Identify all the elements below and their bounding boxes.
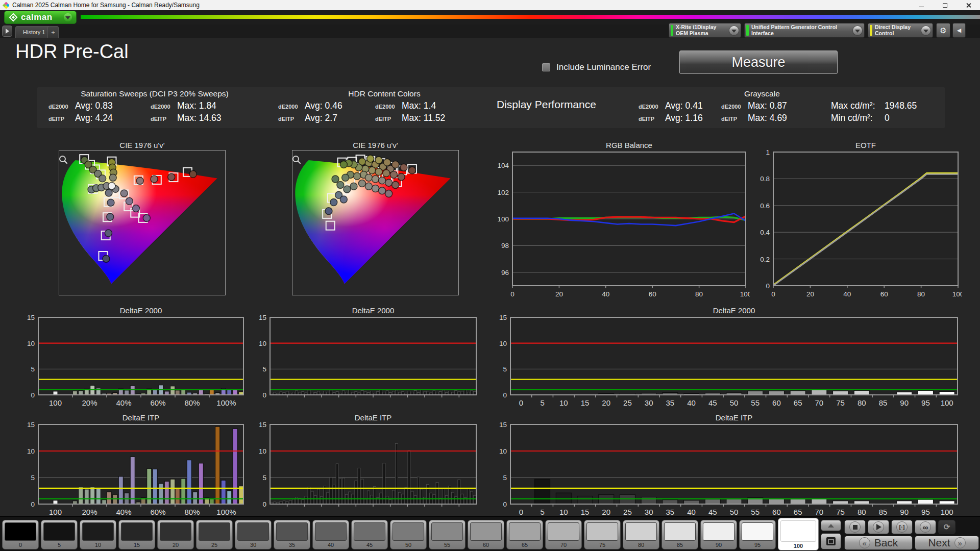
gray-patch-button-70[interactable]: 70: [545, 520, 582, 549]
deitp-label: dEITP: [48, 116, 75, 122]
patch-swatch: [43, 522, 75, 541]
collapse-panel-button[interactable]: ◀: [952, 23, 966, 38]
gray-patch-button-50[interactable]: 50: [390, 520, 427, 549]
meter-dropdown-pattern-generator[interactable]: Unified Pattern Generator Control Interf…: [744, 23, 865, 38]
patch-swatch: [160, 522, 191, 541]
svg-text:10: 10: [499, 340, 507, 347]
rainbow-gradient-strip: [81, 15, 980, 19]
svg-text:0: 0: [519, 398, 523, 407]
plot-area: 051015: [259, 315, 476, 399]
svg-text:100: 100: [740, 290, 750, 298]
minimize-icon: [919, 7, 924, 7]
svg-text:95: 95: [921, 508, 930, 516]
loop-button[interactable]: ∞: [915, 520, 936, 534]
zoom-icon[interactable]: [292, 155, 301, 164]
gray-patch-button-20[interactable]: 20: [157, 520, 194, 549]
refresh-button[interactable]: ⟳: [938, 520, 955, 534]
stop-button[interactable]: [844, 520, 866, 534]
gear-icon: ⚙: [940, 26, 946, 35]
zoom-icon[interactable]: [59, 155, 68, 164]
meter-dropdown-colorimeter[interactable]: X-Rite i1Display OEM Plasma: [669, 23, 741, 38]
svg-text:100: 100: [49, 508, 62, 516]
patch-swatch: [548, 522, 579, 541]
history-panel-toggle-button[interactable]: [2, 26, 12, 37]
play-button[interactable]: [868, 520, 889, 534]
refresh-icon: ⟳: [944, 522, 950, 532]
page-title: HDR Pre-Cal: [15, 41, 129, 63]
gray-patch-button-15[interactable]: 15: [118, 520, 155, 549]
include-luminance-error-label: Include Luminance Error: [556, 62, 651, 72]
svg-text:80: 80: [695, 290, 703, 298]
deltae-itp-grayscale-chart: DeltaE ITP 05101505101520253035404550556…: [488, 413, 965, 518]
minimize-button[interactable]: [910, 0, 933, 10]
include-luminance-error-checkbox[interactable]: [542, 63, 550, 71]
svg-text:0: 0: [31, 391, 35, 399]
svg-text:85: 85: [879, 398, 888, 407]
svg-text:5: 5: [31, 365, 35, 373]
svg-text:100: 100: [49, 398, 62, 407]
svg-text:15: 15: [581, 398, 590, 407]
svg-text:15: 15: [259, 315, 266, 321]
gray-patch-button-40[interactable]: 40: [312, 520, 349, 549]
chevron-down-icon[interactable]: [64, 13, 72, 21]
plot-canvas: 0510150510152025303540455055606570758085…: [488, 315, 962, 408]
chart-title: DeltaE 2000: [270, 306, 476, 315]
svg-text:20%: 20%: [82, 398, 97, 407]
chart-title: DeltaE 2000: [510, 306, 958, 315]
chart-title: DeltaE ITP: [38, 413, 243, 422]
plot-canvas: 0510150510152025303540455055606570758085…: [488, 422, 962, 517]
svg-text:55: 55: [751, 508, 760, 516]
gray-patch-button-95[interactable]: 95: [739, 520, 776, 549]
gray-patch-button-30[interactable]: 30: [235, 520, 272, 549]
chevron-down-icon: [921, 26, 930, 35]
plot-canvas: 05101510020%40%60%80%100%: [16, 422, 248, 517]
gray-patch-button-80[interactable]: 80: [623, 520, 659, 549]
gray-patch-button-85[interactable]: 85: [662, 520, 698, 549]
triangle-glyph: [731, 30, 737, 33]
patch-panel-up-button[interactable]: [821, 520, 841, 531]
patch-label: 85: [662, 542, 698, 548]
svg-text:15: 15: [499, 422, 507, 429]
sat-de2000-avg: Avg: 0.83: [75, 101, 113, 111]
close-button[interactable]: [957, 0, 980, 10]
gray-patch-button-60[interactable]: 60: [468, 520, 504, 549]
gray-patch-button-0[interactable]: 0: [2, 520, 39, 549]
svg-text:25: 25: [623, 398, 632, 407]
logo-row: calman: [0, 10, 980, 24]
maximize-button[interactable]: [933, 0, 957, 10]
svg-text:100: 100: [497, 215, 509, 223]
gray-patch-button-25[interactable]: 25: [196, 520, 233, 549]
pattern-window-button[interactable]: [821, 533, 841, 549]
gray-patch-button-55[interactable]: 55: [429, 520, 465, 549]
gray-patch-button-10[interactable]: 10: [80, 520, 116, 549]
svg-text:35: 35: [666, 508, 675, 516]
calman-menu-button[interactable]: calman: [4, 11, 77, 24]
gray-patch-button-5[interactable]: 5: [41, 520, 78, 549]
svg-text:1: 1: [766, 150, 770, 156]
step-pattern-button[interactable]: [·]: [891, 520, 913, 534]
gray-patch-button-45[interactable]: 45: [351, 520, 388, 549]
add-tab-button[interactable]: +: [47, 26, 59, 38]
svg-text:100: 100: [941, 508, 953, 516]
meter-dropdown-display-control[interactable]: Direct Display Control: [868, 23, 933, 38]
next-button[interactable]: Next »: [915, 536, 979, 550]
gray-patch-button-100[interactable]: 100: [778, 518, 819, 550]
gray-patch-button-65[interactable]: 65: [506, 520, 543, 549]
gray-de2000-max: Max: 0.87: [748, 101, 787, 111]
gray-patch-button-35[interactable]: 35: [274, 520, 310, 549]
gray-patch-button-90[interactable]: 90: [700, 520, 737, 549]
hdr-content-colors-heading: HDR Content Colors: [272, 89, 497, 98]
plot-area: 00.20.40.60.81020406080100: [760, 150, 962, 298]
back-button[interactable]: « Back: [844, 536, 913, 550]
calman-app-window: Calman 2025 Calman Home for Samsung - Ca…: [0, 0, 980, 551]
patch-swatch: [431, 522, 463, 541]
gray-patch-button-75[interactable]: 75: [584, 520, 621, 549]
svg-text:100%: 100%: [216, 398, 236, 407]
settings-gear-button[interactable]: ⚙: [936, 23, 950, 38]
svg-text:104: 104: [497, 162, 509, 169]
tab-row: History 1 + X-Rite i1Display OEM Plasma …: [0, 24, 980, 38]
measure-button[interactable]: Measure: [679, 51, 838, 74]
tab-label: History 1: [23, 29, 45, 35]
perf-de2000-avg: Avg: 0.41: [665, 101, 703, 111]
patch-swatch: [276, 522, 308, 541]
